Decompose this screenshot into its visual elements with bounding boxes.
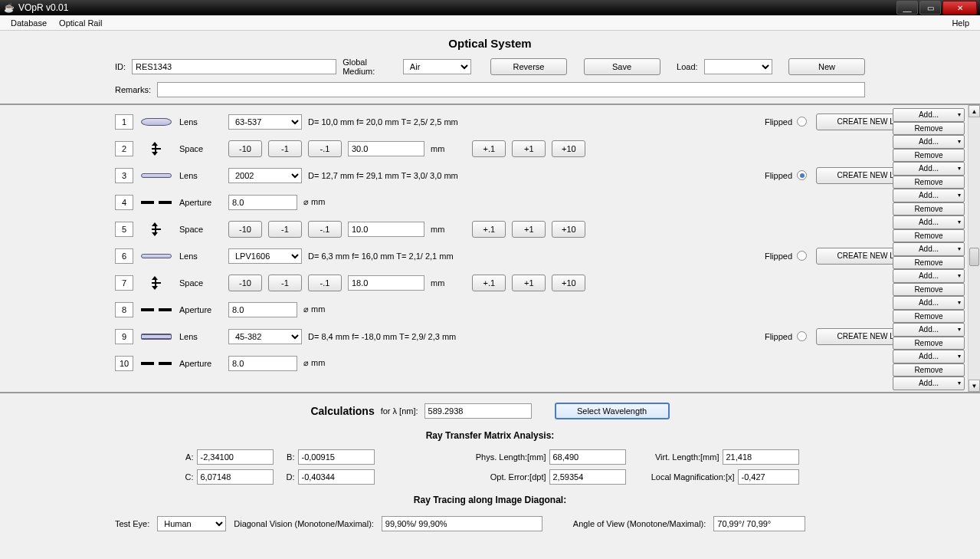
menu-optical-rail[interactable]: Optical Rail — [53, 18, 108, 28]
lens-info: D= 8,4 mm f= -18,0 mm T= 2,9/ 2,3 mm — [308, 332, 456, 341]
a-value[interactable] — [197, 449, 274, 465]
remarks-input[interactable] — [157, 82, 865, 97]
title-bar: ☕ VOpR v0.01 __ ▭ ✕ — [0, 0, 980, 15]
add-button[interactable]: Add... — [893, 108, 965, 122]
aperture-input[interactable] — [228, 195, 297, 210]
minus-1-button[interactable]: -1 — [268, 275, 302, 291]
remove-button[interactable]: Remove — [893, 229, 965, 243]
row-number: 3 — [115, 168, 133, 183]
medium-select[interactable]: Air — [403, 59, 471, 74]
maximize-button[interactable]: ▭ — [919, 1, 941, 15]
reverse-button[interactable]: Reverse — [490, 58, 567, 75]
plus-10-button[interactable]: +10 — [552, 140, 585, 157]
local-mag-value[interactable] — [738, 469, 799, 485]
add-button[interactable]: Add... — [893, 189, 965, 202]
add-button[interactable]: Add... — [893, 350, 965, 363]
rtid-heading: Ray Tracing along Image Diagonal: — [115, 487, 865, 511]
scroll-down-icon[interactable]: ▼ — [969, 380, 980, 392]
lens-select[interactable]: LPV1606 — [228, 248, 302, 264]
mm-label: mm — [431, 144, 444, 153]
minus-10-button[interactable]: -10 — [228, 221, 262, 238]
add-button[interactable]: Add... — [893, 296, 965, 310]
row-number: 5 — [115, 222, 133, 237]
scroll-thumb[interactable] — [969, 248, 979, 266]
plus-10-button[interactable]: +10 — [552, 275, 585, 291]
scroll-up-icon[interactable]: ▲ — [969, 105, 980, 117]
virt-length-label: Virt. Length:[mm] — [635, 452, 719, 462]
rail-row: 8 Aperture ⌀ mm — [0, 296, 968, 323]
select-wavelength-button[interactable]: Select Wavelength — [555, 403, 670, 419]
minus-1-button[interactable]: -1 — [268, 140, 302, 157]
remove-button[interactable]: Remove — [893, 283, 965, 297]
d-value[interactable] — [298, 469, 375, 485]
flipped-radio[interactable] — [797, 251, 807, 261]
aperture-input[interactable] — [228, 356, 297, 371]
add-button[interactable]: Add... — [893, 269, 965, 283]
minus-p1-button[interactable]: -.1 — [308, 140, 342, 157]
space-input[interactable] — [348, 222, 424, 237]
lens-select[interactable]: 45-382 — [228, 329, 302, 344]
plus-1-button[interactable]: +1 — [512, 221, 546, 238]
close-button[interactable]: ✕ — [942, 1, 977, 15]
remove-button[interactable]: Remove — [893, 149, 965, 163]
b-value[interactable] — [298, 449, 375, 465]
add-button[interactable]: Add... — [893, 323, 965, 337]
space-input[interactable] — [348, 141, 424, 156]
plus-1-button[interactable]: +1 — [512, 140, 546, 157]
rail-row: 10 Aperture ⌀ mm — [0, 350, 968, 377]
plus-p1-button[interactable]: +.1 — [472, 221, 506, 238]
minus-p1-button[interactable]: -.1 — [308, 275, 342, 291]
vertical-scrollbar[interactable]: ▲ ▼ — [968, 105, 980, 392]
id-label: ID: — [115, 62, 126, 71]
virt-length-value[interactable] — [723, 449, 799, 465]
menu-help[interactable]: Help — [946, 18, 975, 28]
mm-label: mm — [431, 278, 444, 288]
aperture-input[interactable] — [228, 302, 297, 317]
phys-length-value[interactable] — [549, 449, 626, 465]
flipped-radio[interactable] — [797, 117, 807, 127]
minimize-button[interactable]: __ — [896, 1, 918, 15]
medium-label: Global Medium: — [343, 58, 397, 76]
minus-p1-button[interactable]: -.1 — [308, 221, 342, 238]
remove-button[interactable]: Remove — [893, 337, 965, 350]
minus-10-button[interactable]: -10 — [228, 275, 262, 291]
save-button[interactable]: Save — [584, 58, 660, 75]
load-select[interactable] — [704, 59, 772, 74]
add-button[interactable]: Add... — [893, 377, 965, 390]
lens-select[interactable]: 2002 — [228, 168, 302, 183]
new-button[interactable]: New — [788, 58, 865, 75]
test-eye-select[interactable]: Human — [157, 516, 226, 531]
lambda-input[interactable] — [424, 403, 532, 419]
menu-database[interactable]: Database — [5, 18, 53, 28]
plus-1-button[interactable]: +1 — [512, 275, 546, 291]
remove-button[interactable]: Remove — [893, 363, 965, 377]
plus-10-button[interactable]: +10 — [552, 221, 585, 238]
remove-button[interactable]: Remove — [893, 122, 965, 136]
remove-button[interactable]: Remove — [893, 310, 965, 324]
flipped-radio[interactable] — [797, 331, 807, 341]
space-icon — [141, 278, 172, 288]
angle-view-value[interactable] — [713, 516, 805, 531]
flipped-label: Flipped — [765, 332, 792, 341]
flipped-radio[interactable] — [797, 170, 807, 180]
remove-button[interactable]: Remove — [893, 202, 965, 216]
add-button[interactable]: Add... — [893, 215, 965, 229]
row-type-label: Space — [179, 225, 222, 234]
add-button[interactable]: Add... — [893, 135, 965, 149]
remove-button[interactable]: Remove — [893, 176, 965, 189]
diag-vision-value[interactable] — [382, 516, 542, 531]
minus-1-button[interactable]: -1 — [268, 221, 302, 238]
c-value[interactable] — [197, 469, 274, 485]
opt-error-value[interactable] — [549, 469, 626, 485]
page-title: Optical System — [0, 37, 980, 50]
remove-button[interactable]: Remove — [893, 256, 965, 270]
id-input[interactable] — [132, 59, 336, 74]
plus-p1-button[interactable]: +.1 — [472, 140, 506, 157]
add-button[interactable]: Add... — [893, 162, 965, 176]
row-type-label: Lens — [179, 171, 222, 180]
plus-p1-button[interactable]: +.1 — [472, 275, 506, 291]
lens-select[interactable]: 63-537 — [228, 114, 302, 130]
add-button[interactable]: Add... — [893, 242, 965, 256]
space-input[interactable] — [348, 275, 424, 291]
minus-10-button[interactable]: -10 — [228, 140, 262, 157]
